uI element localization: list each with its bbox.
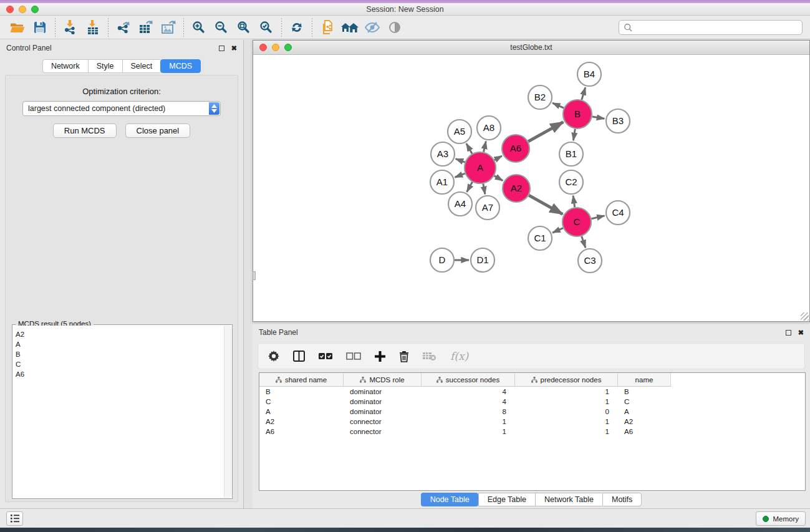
graph-node-C4[interactable]: C4 [606, 201, 630, 225]
tab-motifs[interactable]: Motifs [602, 493, 642, 506]
network-left-scrollbar-thumb[interactable] [253, 271, 256, 280]
import-table-icon[interactable] [82, 18, 104, 37]
graph-node-D1[interactable]: D1 [471, 248, 494, 272]
mcds-result-item[interactable]: A [16, 339, 224, 349]
node-table[interactable]: shared nameMCDS rolesuccessor nodesprede… [259, 372, 806, 491]
mcds-result-scrollbar[interactable] [224, 326, 231, 498]
graph-edge-B-B1[interactable] [573, 129, 575, 141]
graph-edge-A2-C[interactable] [529, 195, 562, 214]
graph-node-A2[interactable]: A2 [503, 175, 530, 202]
graph-edge-B-B4[interactable] [582, 87, 586, 100]
graph-edge-B-B2[interactable] [552, 103, 564, 108]
hide-selected-icon[interactable] [361, 18, 383, 37]
zoom-in-icon[interactable] [188, 18, 210, 37]
tab-select[interactable]: Select [122, 59, 161, 73]
graph-edge-A-A4[interactable] [467, 182, 473, 192]
graph-edge-B-B3[interactable] [592, 117, 605, 118]
column-header-name[interactable]: name [618, 373, 671, 387]
graph-node-A5[interactable]: A5 [448, 120, 471, 143]
show-hidden-icon[interactable] [383, 18, 406, 37]
close-table-panel-icon[interactable]: ✖ [798, 329, 804, 337]
home-icon[interactable] [339, 18, 361, 37]
graph-node-C2[interactable]: C2 [559, 170, 583, 194]
mcds-result-item[interactable]: A6 [16, 369, 224, 379]
graph-node-C3[interactable]: C3 [578, 249, 602, 273]
export-table-icon[interactable] [135, 18, 157, 37]
graph-node-C[interactable]: C [562, 208, 591, 236]
network-window-titlebar[interactable]: testGlobe.txt [253, 41, 809, 55]
network-resize-grip[interactable] [801, 312, 809, 321]
optimization-criterion-dropdown[interactable]: largest connected component (directed) [22, 101, 221, 116]
select-all-checkboxes-icon[interactable] [319, 352, 332, 360]
table-row[interactable]: Cdominator41C [259, 397, 805, 407]
graph-node-B1[interactable]: B1 [559, 142, 583, 166]
mcds-result-list[interactable]: A2ABCA6 [13, 326, 224, 498]
add-column-icon[interactable] [375, 351, 385, 362]
graph-node-A4[interactable]: A4 [448, 192, 472, 216]
graph-node-A8[interactable]: A8 [477, 116, 501, 140]
graph-edge-A-A3[interactable] [456, 159, 465, 162]
graph-edge-A-A5[interactable] [466, 143, 472, 153]
zoom-selected-icon[interactable] [255, 18, 277, 37]
graph-node-A1[interactable]: A1 [430, 170, 454, 194]
mcds-result-item[interactable]: A2 [16, 329, 224, 339]
open-session-icon[interactable] [6, 18, 29, 37]
graph-edge-C-C1[interactable] [552, 228, 563, 233]
graph-node-A[interactable]: A [465, 152, 496, 183]
tab-style[interactable]: Style [88, 59, 122, 73]
refresh-layout-icon[interactable] [286, 18, 308, 37]
table-row[interactable]: A6connector11A6 [259, 427, 805, 437]
graph-edge-A-A7[interactable] [483, 184, 485, 195]
column-header-MCDS-role[interactable]: MCDS role [344, 373, 422, 387]
run-mcds-button[interactable]: Run MCDS [53, 123, 117, 138]
mcds-result-item[interactable]: C [16, 359, 224, 369]
tab-network-table[interactable]: Network Table [535, 493, 602, 506]
tab-network[interactable]: Network [42, 59, 88, 73]
graph-node-B[interactable]: B [563, 100, 592, 128]
graph-node-C1[interactable]: C1 [528, 226, 552, 250]
export-network-icon[interactable] [112, 18, 135, 37]
memory-button[interactable]: Memory [756, 511, 806, 526]
graph-edge-C-C4[interactable] [591, 216, 604, 219]
graph-edge-A-A1[interactable] [455, 173, 465, 177]
graph-edge-A-A2[interactable] [494, 176, 503, 181]
zoom-fit-icon[interactable] [233, 18, 255, 37]
search-box[interactable] [619, 20, 803, 35]
clone-network-icon[interactable] [316, 18, 339, 37]
graph-edge-C-C3[interactable] [582, 236, 586, 248]
tab-mcds[interactable]: MCDS [160, 59, 201, 73]
close-panel-button[interactable]: Close panel [125, 123, 191, 138]
graph-edge-A-A8[interactable] [484, 141, 486, 152]
graph-edge-A-A6[interactable] [494, 156, 502, 160]
float-panel-icon[interactable] [219, 46, 224, 51]
zoom-out-icon[interactable] [210, 18, 233, 37]
search-input[interactable] [633, 21, 802, 34]
graph-node-A3[interactable]: A3 [431, 142, 455, 166]
float-table-panel-icon[interactable] [786, 330, 791, 336]
column-view-icon[interactable] [293, 351, 305, 362]
graph-node-A6[interactable]: A6 [502, 135, 529, 162]
deselect-all-checkboxes-icon[interactable] [346, 352, 361, 360]
table-row[interactable]: Adominator80A [259, 407, 805, 417]
table-settings-icon[interactable] [268, 351, 279, 362]
graph-edge-A6-B[interactable] [528, 122, 563, 142]
table-row[interactable]: Bdominator41B [259, 387, 805, 397]
close-panel-icon[interactable]: ✖ [231, 44, 237, 52]
column-header-successor-nodes[interactable]: successor nodes [422, 373, 515, 387]
graph-node-A7[interactable]: A7 [476, 196, 499, 220]
tab-edge-table[interactable]: Edge Table [478, 493, 535, 506]
export-image-icon[interactable] [157, 18, 180, 37]
graph-node-B2[interactable]: B2 [528, 85, 552, 109]
graph-edge-C-C2[interactable] [573, 196, 575, 207]
table-row[interactable]: A2connector11A2 [259, 417, 805, 427]
import-network-icon[interactable] [59, 18, 82, 37]
delete-column-icon[interactable] [399, 351, 409, 362]
tab-node-table[interactable]: Node Table [421, 493, 478, 506]
save-session-icon[interactable] [29, 18, 51, 37]
column-header-shared-name[interactable]: shared name [259, 373, 344, 387]
graph-node-B3[interactable]: B3 [606, 109, 630, 133]
task-history-button[interactable] [6, 511, 23, 526]
column-header-predecessor-nodes[interactable]: predecessor nodes [515, 373, 618, 387]
mcds-result-item[interactable]: B [16, 349, 224, 359]
graph-node-D[interactable]: D [430, 248, 454, 272]
